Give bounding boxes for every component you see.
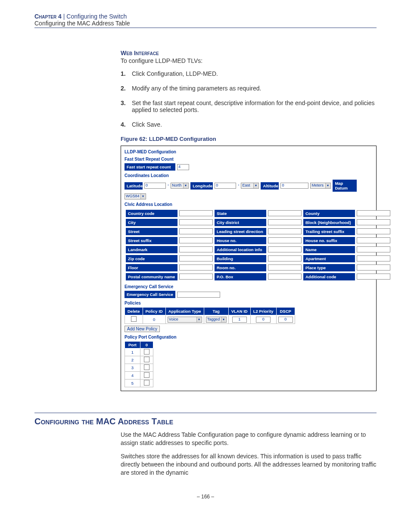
civic-input[interactable]: [268, 210, 302, 216]
civic-input[interactable]: [179, 228, 213, 234]
civic-input[interactable]: [268, 219, 302, 225]
civic-label: Landmark: [126, 246, 177, 253]
chapter-label: Chapter 4: [34, 13, 62, 20]
civic-input[interactable]: [268, 228, 302, 234]
add-policy-button[interactable]: Add New Policy: [125, 326, 160, 332]
civic-input[interactable]: [357, 264, 390, 271]
policy-id: 0: [143, 315, 165, 324]
step-num: 3.: [121, 100, 132, 113]
civic-label: House no. suffix: [303, 237, 355, 244]
civic-input[interactable]: [179, 255, 213, 261]
ecs-label: Emergency Call Service: [125, 291, 175, 298]
civic-input[interactable]: [357, 246, 390, 252]
civic-label: Floor: [126, 264, 177, 271]
ecs-input[interactable]: [177, 292, 220, 298]
policies-heading: Policies: [125, 301, 373, 305]
civic-input[interactable]: [179, 219, 213, 225]
tag-select[interactable]: Tagged: [206, 317, 227, 323]
civic-grid: Country codeStateCountyCityCity district…: [125, 208, 392, 282]
header-sep: |: [62, 13, 66, 20]
civic-input[interactable]: [179, 237, 213, 243]
port-row: 4: [125, 372, 153, 380]
civic-input[interactable]: [179, 246, 213, 252]
lon-dir-select[interactable]: East: [241, 183, 259, 189]
vlan-input[interactable]: 1: [232, 317, 247, 323]
fig-title: LLDP-MED Configuration: [125, 149, 373, 154]
lat-input[interactable]: 0: [144, 183, 166, 189]
civic-input[interactable]: [268, 246, 302, 252]
civic-input[interactable]: [268, 255, 302, 261]
policies-col: Policy ID: [143, 308, 165, 315]
civic-input[interactable]: [357, 210, 390, 216]
chapter-title: Configuring the Switch: [66, 13, 127, 20]
port-row: 1: [125, 348, 153, 356]
policies-col: Delete: [125, 308, 143, 315]
step-num: 2.: [121, 85, 132, 92]
civic-input[interactable]: [268, 237, 302, 243]
civic-label: Trailing street suffix: [303, 228, 355, 235]
step-text: Click Configuration, LLDP-MED.: [132, 70, 218, 77]
civic-label: State: [215, 210, 266, 217]
policies-table: DeletePolicy IDApplication TypeTagVLAN I…: [125, 307, 295, 324]
step-text: Modify any of the timing parameters as r…: [132, 85, 261, 92]
dscp-input[interactable]: 0: [278, 317, 293, 323]
l2-input[interactable]: 0: [256, 317, 271, 323]
delete-checkbox[interactable]: [131, 316, 137, 322]
datum-select[interactable]: WGS84: [125, 193, 146, 199]
policy-row: 0 Voice Tagged 1 0 0: [125, 315, 295, 324]
port-number: 3: [125, 364, 140, 372]
civic-input[interactable]: [179, 210, 213, 216]
section-heading: Web Interface: [121, 50, 377, 56]
civic-label: Leading street direction: [215, 228, 266, 235]
civic-label: Name: [303, 246, 355, 253]
app-type-select[interactable]: Voice: [168, 317, 202, 323]
mac-p1: Use the MAC Address Table Configuration …: [121, 431, 377, 447]
civic-input[interactable]: [357, 237, 390, 243]
civic-input[interactable]: [268, 264, 302, 271]
civic-label: Additional location info: [215, 246, 266, 253]
port-row: 5: [125, 380, 153, 387]
ecs-heading: Emergency Call Service: [125, 284, 373, 289]
civic-input[interactable]: [357, 219, 390, 225]
civic-input[interactable]: [357, 274, 390, 280]
port-number: 4: [125, 372, 140, 380]
civic-label: Postal community name: [126, 273, 177, 280]
port-checkbox[interactable]: [144, 349, 149, 355]
civic-input[interactable]: [179, 274, 213, 280]
civic-label: Apartment: [303, 255, 355, 262]
civic-label: Block (Neighbourhood): [303, 219, 355, 226]
port-checkbox[interactable]: [144, 364, 149, 370]
port-number: 2: [125, 356, 140, 364]
lon-input[interactable]: 0: [215, 183, 236, 189]
port-row: 2: [125, 356, 153, 364]
policies-col: Application Type: [165, 308, 204, 315]
civic-label: House no.: [215, 237, 266, 244]
step-num: 1.: [121, 70, 132, 77]
fast-start-label: Fast start repeat count: [125, 163, 175, 171]
port-zero-col: 0: [140, 342, 153, 348]
alt-input[interactable]: 0: [280, 183, 308, 189]
civic-label: County: [303, 210, 355, 217]
civic-input[interactable]: [268, 274, 302, 280]
step-text: Set the fast start repeat count, descrip…: [132, 100, 377, 113]
port-checkbox[interactable]: [144, 357, 149, 362]
alt-unit-select[interactable]: Meters: [310, 183, 331, 189]
port-checkbox[interactable]: [144, 380, 149, 386]
step-list: 1.Click Configuration, LLDP-MED. 2.Modif…: [121, 70, 377, 128]
civic-label: City: [126, 219, 177, 226]
mac-section-heading: Configuring the MAC Address Table: [34, 417, 377, 426]
civic-label: Zip code: [126, 255, 177, 262]
step-text: Click Save.: [132, 121, 162, 128]
fast-start-input[interactable]: 4: [177, 164, 189, 170]
civic-label: Street suffix: [126, 237, 177, 244]
civic-input[interactable]: [357, 228, 390, 234]
port-table: Port 0 12345: [125, 341, 153, 387]
port-checkbox[interactable]: [144, 372, 149, 378]
civic-input[interactable]: [179, 264, 213, 271]
civic-label: Street: [126, 228, 177, 235]
civic-heading: Civic Address Location: [125, 202, 373, 207]
lon-label: Longitude: [190, 182, 213, 190]
lat-dir-select[interactable]: North: [171, 183, 189, 189]
section-intro: To configure LLDP-MED TLVs:: [121, 57, 377, 64]
civic-input[interactable]: [357, 255, 390, 261]
